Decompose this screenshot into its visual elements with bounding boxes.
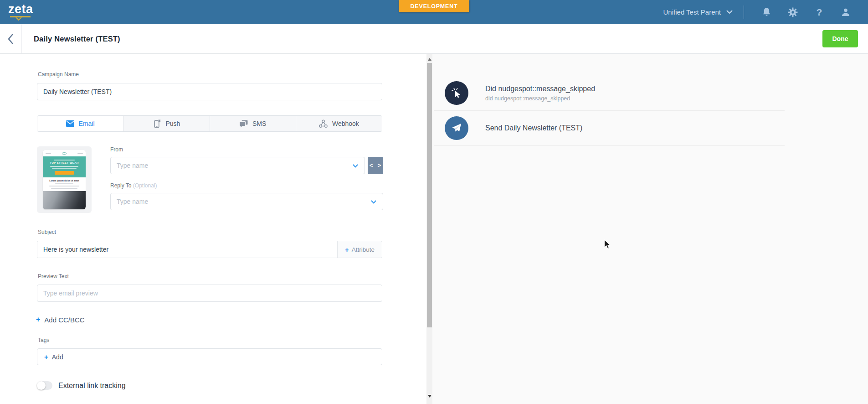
tab-sms[interactable]: SMS: [210, 116, 296, 131]
add-cc-bcc-link[interactable]: + Add CC/BCC: [36, 316, 85, 324]
subject-input[interactable]: [37, 241, 337, 258]
plus-icon: +: [44, 353, 48, 361]
zeta-logo-text: zeta: [8, 3, 33, 16]
workflow-step-title: Send Daily Newsletter (TEST): [485, 124, 582, 132]
tab-push-label: Push: [165, 120, 180, 127]
workflow-step-subtitle: did nudgespot::message_skipped: [485, 95, 595, 102]
chevron-down-icon: [726, 10, 733, 14]
email-icon: [66, 120, 74, 127]
tags-field[interactable]: + Add: [37, 348, 382, 365]
top-navigation-bar: zeta DEVELOPMENT Unified Test Parent: [0, 0, 868, 24]
plus-icon: +: [345, 246, 349, 254]
workflow-step-trigger[interactable]: Did nudgespot::message_skipped did nudge…: [434, 76, 785, 111]
settings-button[interactable]: [780, 7, 806, 17]
help-button[interactable]: ?: [806, 7, 832, 18]
workflow-step-title: Did nudgespot::message_skipped: [485, 85, 595, 93]
reply-to-optional-hint: (Optional): [133, 182, 157, 189]
scrollbar-up-arrow[interactable]: [428, 58, 431, 61]
plus-icon: +: [36, 316, 40, 324]
bell-icon: [762, 7, 771, 17]
external-link-tracking-row: External link tracking: [37, 381, 126, 390]
back-button[interactable]: [0, 24, 22, 53]
external-link-tracking-label: External link tracking: [58, 382, 126, 390]
reply-to-select[interactable]: Type name: [110, 193, 383, 210]
tab-push[interactable]: Push: [123, 116, 210, 131]
environment-badge: DEVELOPMENT: [399, 0, 470, 12]
tab-sms-label: SMS: [252, 120, 266, 127]
tab-email-label: Email: [79, 120, 95, 127]
chevron-down-icon: [371, 200, 376, 204]
webhook-icon: [319, 119, 328, 128]
email-mock-hero: TOP STREET WEAR: [43, 156, 86, 177]
subject-label: Subject: [38, 229, 56, 235]
tags-add-label: Add: [52, 353, 63, 361]
campaign-name-input[interactable]: [37, 83, 382, 100]
email-mock-brand: TOP STREET WEAR: [50, 161, 78, 164]
sender-fields: From Type name < > Reply To (Optional) T…: [110, 146, 383, 210]
campaign-name-label: Campaign Name: [38, 71, 79, 78]
account-menu[interactable]: Unified Test Parent: [663, 8, 733, 16]
account-name: Unified Test Parent: [663, 8, 721, 16]
topbar-actions: Unified Test Parent: [663, 5, 859, 19]
main-content: Campaign Name Email Push: [0, 54, 868, 404]
email-mock-cta-button: [55, 171, 74, 175]
notifications-button[interactable]: [753, 7, 780, 17]
scrollbar-down-arrow[interactable]: [428, 395, 431, 398]
email-template-thumbnail[interactable]: TOP STREET WEAR Lorem ipsum dolor sit am…: [37, 146, 92, 213]
reply-to-placeholder: Type name: [117, 198, 148, 205]
paper-plane-icon: [445, 116, 468, 140]
workflow-step-list: Did nudgespot::message_skipped did nudge…: [434, 76, 785, 146]
email-template-mock: TOP STREET WEAR Lorem ipsum dolor sit am…: [43, 150, 86, 209]
user-icon: [841, 7, 851, 17]
page-title: Daily Newsletter (TEST): [34, 35, 120, 43]
topbar-divider: [744, 5, 744, 19]
toggle-knob: [37, 381, 46, 390]
chevron-down-icon: [353, 164, 358, 168]
page-header: Daily Newsletter (TEST) Done: [0, 24, 868, 54]
scrollbar-thumb[interactable]: [427, 63, 432, 327]
push-icon: [153, 119, 161, 128]
workflow-panel: Did nudgespot::message_skipped did nudge…: [432, 54, 868, 404]
done-button[interactable]: Done: [822, 30, 858, 47]
channel-tabs: Email Push SMS: [37, 115, 382, 132]
email-mock-headline: Lorem ipsum dolor sit amet: [49, 179, 79, 182]
email-mock-photo: [43, 191, 86, 209]
gear-icon: [788, 7, 798, 17]
from-label: From: [110, 146, 383, 153]
external-link-tracking-toggle[interactable]: [37, 381, 52, 390]
email-mock-header: [43, 150, 86, 156]
cursor-click-icon: [445, 81, 468, 105]
email-mock-body: Lorem ipsum dolor sit amet: [43, 177, 86, 191]
tab-webhook[interactable]: Webhook: [296, 116, 382, 131]
add-attribute-button[interactable]: + Attribute: [337, 241, 382, 258]
subject-field-group: + Attribute: [37, 241, 382, 258]
from-placeholder: Type name: [117, 162, 148, 169]
workflow-step-send[interactable]: Send Daily Newsletter (TEST): [434, 111, 785, 146]
preview-text-label: Preview Text: [38, 273, 69, 280]
vertical-scrollbar[interactable]: [426, 54, 432, 404]
chevron-left-icon: [7, 34, 14, 44]
campaign-form-panel: Campaign Name Email Push: [0, 54, 426, 404]
tags-label: Tags: [38, 337, 49, 343]
help-icon: ?: [817, 7, 822, 18]
tab-webhook-label: Webhook: [332, 120, 359, 127]
zeta-logo[interactable]: zeta: [8, 3, 33, 21]
preview-text-input[interactable]: [37, 285, 382, 302]
sms-icon: [239, 120, 248, 128]
code-editor-button[interactable]: < >: [368, 157, 383, 174]
reply-to-label: Reply To (Optional): [110, 182, 383, 189]
zeta-logo-underline: [10, 16, 31, 21]
profile-button[interactable]: [832, 7, 859, 17]
tab-email[interactable]: Email: [37, 116, 123, 131]
from-select[interactable]: Type name: [110, 157, 365, 174]
